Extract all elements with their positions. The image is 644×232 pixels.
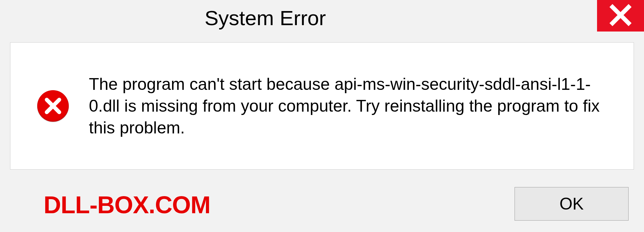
titlebar: System Error xyxy=(0,0,644,32)
error-message: The program can't start because api-ms-w… xyxy=(89,73,607,139)
ok-button-label: OK xyxy=(559,194,584,214)
close-icon xyxy=(608,3,633,28)
error-icon xyxy=(37,90,69,122)
close-button[interactable] xyxy=(597,0,644,32)
content-panel: The program can't start because api-ms-w… xyxy=(10,42,634,170)
branding-text: DLL-BOX.COM xyxy=(44,191,210,219)
dialog-title: System Error xyxy=(205,6,326,30)
ok-button[interactable]: OK xyxy=(515,187,629,221)
